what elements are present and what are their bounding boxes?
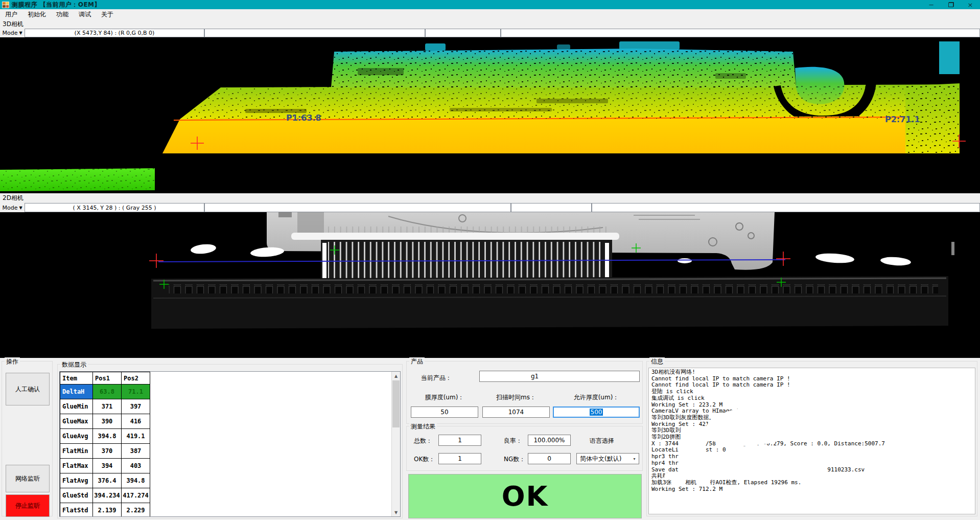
info-log[interactable]: 3D相机没有网络!Cannot find local IP to match c… <box>648 368 975 514</box>
3d-view-canvas[interactable]: P1:63.8 P2:71.1 <box>0 37 980 193</box>
redaction-blob <box>481 372 522 380</box>
scroll-down-icon[interactable]: ▼ <box>392 508 400 516</box>
operations-group: 操作 人工确认 网络监听 停止监听 <box>2 361 53 516</box>
redaction-blob <box>664 473 823 480</box>
pos1-cell: 394.8 <box>93 429 122 444</box>
close-button[interactable]: × <box>961 1 980 9</box>
camera2d-status-cell-2 <box>204 203 511 212</box>
table-header-cell: Pos2 <box>122 372 150 385</box>
pos1-cell: 376.4 <box>93 473 122 488</box>
item-cell: GlueAvg <box>60 429 93 444</box>
pos1-cell: 370 <box>93 444 122 459</box>
minimize-button[interactable]: − <box>922 1 941 9</box>
item-cell: FlatMin <box>60 444 93 459</box>
dropdown-arrow-icon: ▼ <box>19 206 22 210</box>
results-group: 测量结果 总数： 1 良率： 100.000% 语言选择 OK数： 1 NG数：… <box>406 426 643 471</box>
maximize-icon <box>948 2 954 7</box>
camera2d-section-label: 2D相机 <box>0 193 980 203</box>
total-count-input[interactable]: 1 <box>438 435 481 446</box>
log-line: 加载3张 相机 行AOI检查, Elapsed 19296 ms. <box>651 480 972 486</box>
menu-user[interactable]: 用户 <box>0 9 22 20</box>
pos1-cell: 2.139 <box>93 503 122 517</box>
stop-listen-button[interactable]: 停止监听 <box>6 494 50 517</box>
film-thickness-input[interactable]: 50 <box>411 406 478 418</box>
allowed-thickness-input[interactable]: 500 <box>553 406 640 418</box>
data-display-group-title: 数据显示 <box>60 360 88 369</box>
camera3d-mode-dropdown[interactable]: Mode ▼ <box>0 29 25 37</box>
table-row[interactable]: FlatMax 394 403 <box>60 459 150 473</box>
title-bar: 测膜程序 【当前用户：OEM】 − × <box>0 0 980 9</box>
table-header-cell: Pos1 <box>93 372 122 385</box>
info-group: 信息 3D相机没有网络!Cannot find local IP to matc… <box>646 361 977 516</box>
scroll-up-icon[interactable]: ▲ <box>392 372 400 380</box>
item-cell: DeltaH <box>60 385 93 399</box>
p1-measure-label: P1:63.8 <box>286 113 321 123</box>
menu-debug[interactable]: 调试 <box>74 9 96 20</box>
pos1-cell: 394.234 <box>93 488 122 503</box>
menu-init[interactable]: 初始化 <box>22 9 51 20</box>
p2-measure-label: P2:71.1 <box>885 115 920 124</box>
table-row[interactable]: GlueAvg 394.8 419.1 <box>60 429 150 444</box>
camera2d-mode-dropdown[interactable]: Mode ▼ <box>0 203 25 212</box>
table-row[interactable]: FlatAvg 376.4 394.8 <box>60 473 150 488</box>
scrollbar-thumb[interactable] <box>392 380 400 427</box>
camera3d-mode-bar: Mode ▼ (X 5473,Y 84) : (R 0,G 0,B 0) <box>0 29 980 37</box>
app-icon <box>2 2 9 8</box>
scan-time-input[interactable]: 1074 <box>482 406 550 418</box>
camera3d-pixel-status: (X 5473,Y 84) : (R 0,G 0,B 0) <box>25 29 204 37</box>
camera2d-status-cell-4 <box>592 203 980 212</box>
redaction-blob <box>679 466 824 473</box>
operations-group-title: 操作 <box>5 357 20 366</box>
total-count-label: 总数： <box>414 437 432 445</box>
info-group-title: 信息 <box>649 357 665 366</box>
log-line: Cannot find local IP to match camera IP … <box>651 382 972 389</box>
log-line: LocateLi st : 0 <box>651 447 972 454</box>
pos1-cell: 390 <box>93 414 122 429</box>
item-cell: GlueMax <box>60 414 93 429</box>
current-product-input[interactable]: g1 <box>479 371 640 382</box>
pos2-cell: 416 <box>122 414 150 429</box>
table-row[interactable]: GlueMax 390 416 <box>60 414 150 429</box>
data-display-group: 数据显示 ItemPos1Pos2 DeltaH 63.8 71.1 <box>57 364 403 518</box>
language-select-dropdown[interactable]: 简体中文(默认) ▾ <box>576 453 639 464</box>
pos2-cell: 397 <box>122 399 150 414</box>
item-cell: FlatMax <box>60 459 93 473</box>
item-cell: FlatAvg <box>60 473 93 488</box>
table-row[interactable]: FlatMin 370 387 <box>60 444 150 459</box>
dropdown-arrow-icon: ▼ <box>19 31 22 35</box>
yield-input[interactable]: 100.000% <box>528 435 571 446</box>
log-line: Working Set : 712.2 M <box>651 486 972 493</box>
menu-about[interactable]: 关于 <box>96 9 119 20</box>
menu-bar: 用户 初始化 功能 调试 关于 <box>0 9 980 19</box>
pos2-cell: 387 <box>122 444 150 459</box>
table-row[interactable]: DeltaH 63.8 71.1 <box>60 385 150 399</box>
data-table-area: ItemPos1Pos2 DeltaH 63.8 71.1 GlueMin 37 <box>59 371 401 517</box>
manual-confirm-button[interactable]: 人工确认 <box>6 373 50 405</box>
log-line: 等到3D取到 <box>651 427 972 434</box>
maximize-button[interactable] <box>941 1 961 9</box>
ok-count-input[interactable]: 1 <box>438 453 481 464</box>
pos2-cell: 71.1 <box>122 385 150 399</box>
log-line: Working Set : 421.0 M <box>651 421 972 428</box>
log-line: 等到3D取到灰度图数据。 <box>651 415 972 421</box>
network-listen-button[interactable]: 网络监听 <box>6 465 50 492</box>
scan-time-label: 扫描时间ms： <box>482 393 550 402</box>
table-scrollbar[interactable]: ▲ ▼ <box>391 372 400 516</box>
table-row[interactable]: FlatStd 2.139 2.229 <box>60 503 150 517</box>
yield-label: 良率： <box>504 437 522 445</box>
ng-count-input[interactable]: 0 <box>528 453 571 464</box>
ng-count-label: NG数： <box>504 455 525 464</box>
pos1-cell: 63.8 <box>93 385 122 399</box>
table-row[interactable]: GlueStd 394.234 417.274 <box>60 488 150 503</box>
log-line: hpr3 thr <box>651 454 972 460</box>
log-line: 登陆 is click <box>651 389 972 395</box>
menu-function[interactable]: 功能 <box>51 9 74 20</box>
2d-view-canvas[interactable] <box>0 212 980 358</box>
table-row[interactable]: GlueMin 371 397 <box>60 399 150 414</box>
log-line: 3D相机没有网络! <box>651 369 972 376</box>
result-verdict-panel: OK <box>408 474 642 518</box>
product-group-title: 产品 <box>409 357 425 366</box>
camera2d-status-cell-3 <box>511 203 592 212</box>
table-header-row: ItemPos1Pos2 <box>60 372 150 385</box>
window-title: 测膜程序 【当前用户：OEM】 <box>12 1 101 9</box>
